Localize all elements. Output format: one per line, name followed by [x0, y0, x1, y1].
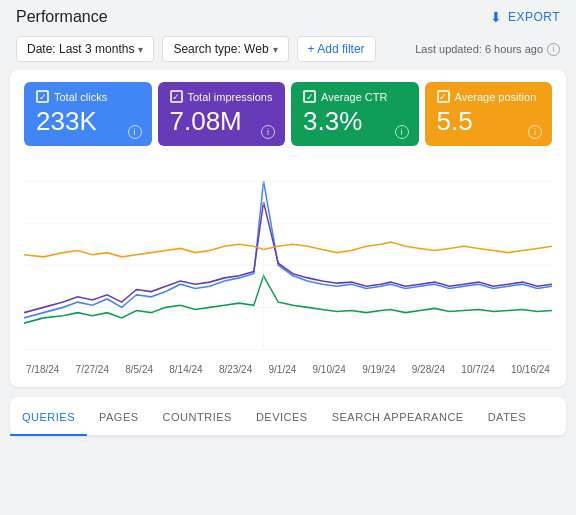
page-header: Performance ⬇ EXPORT [0, 0, 576, 32]
info-icon[interactable]: i [528, 125, 542, 139]
metric-checkbox: ✓ Average CTR [303, 90, 407, 103]
metric-checkbox: ✓ Total clicks [36, 90, 140, 103]
info-icon[interactable]: i [128, 125, 142, 139]
tab-countries[interactable]: COUNTRIES [151, 397, 244, 435]
tab-search-appearance[interactable]: SEARCH APPEARANCE [320, 397, 476, 435]
add-filter-label: + Add filter [308, 42, 365, 56]
search-type-label: Search type: Web [173, 42, 268, 56]
tab-devices[interactable]: DEVICES [244, 397, 320, 435]
main-card: ✓ Total clicks 233K i ✓ Total impression… [10, 70, 566, 387]
date-label: 9/28/24 [412, 364, 445, 375]
checkbox-icon: ✓ [36, 90, 49, 103]
tab-pages[interactable]: PAGES [87, 397, 151, 435]
info-icon[interactable]: i [395, 125, 409, 139]
metric-total-impressions[interactable]: ✓ Total impressions 7.08M i [158, 82, 286, 146]
metric-checkbox: ✓ Total impressions [170, 90, 274, 103]
tab-queries[interactable]: QUERIES [10, 397, 87, 435]
page-title: Performance [16, 8, 108, 26]
metric-value: 7.08M [170, 107, 274, 136]
add-filter-button[interactable]: + Add filter [297, 36, 376, 62]
chart-area [24, 160, 552, 360]
metric-value: 233K [36, 107, 140, 136]
checkbox-icon: ✓ [437, 90, 450, 103]
performance-chart [24, 160, 552, 360]
metric-label: Total impressions [188, 91, 273, 103]
export-icon: ⬇ [490, 9, 503, 25]
date-label: 7/27/24 [76, 364, 109, 375]
chevron-down-icon: ▾ [273, 44, 278, 55]
tabs-row: QUERIES PAGES COUNTRIES DEVICES SEARCH A… [10, 397, 566, 436]
info-icon[interactable]: i [547, 43, 560, 56]
metric-average-position[interactable]: ✓ Average position 5.5 i [425, 82, 553, 146]
info-icon[interactable]: i [261, 125, 275, 139]
date-filter-label: Date: Last 3 months [27, 42, 134, 56]
metric-total-clicks[interactable]: ✓ Total clicks 233K i [24, 82, 152, 146]
chevron-down-icon: ▾ [138, 44, 143, 55]
metric-value: 5.5 [437, 107, 541, 136]
tabs-card: QUERIES PAGES COUNTRIES DEVICES SEARCH A… [10, 397, 566, 436]
date-filter-button[interactable]: Date: Last 3 months ▾ [16, 36, 154, 62]
date-label: 8/23/24 [219, 364, 252, 375]
checkbox-icon: ✓ [170, 90, 183, 103]
date-label: 9/19/24 [362, 364, 395, 375]
date-label: 8/14/24 [169, 364, 202, 375]
tab-dates[interactable]: DATES [476, 397, 538, 435]
date-label: 9/1/24 [268, 364, 296, 375]
date-label: 9/10/24 [313, 364, 346, 375]
last-updated-text: Last updated: 6 hours ago i [415, 43, 560, 56]
date-label: 10/7/24 [461, 364, 494, 375]
date-label: 7/18/24 [26, 364, 59, 375]
metric-label: Average CTR [321, 91, 387, 103]
export-label: EXPORT [508, 10, 560, 24]
metric-value: 3.3% [303, 107, 407, 136]
chart-dates: 7/18/24 7/27/24 8/5/24 8/14/24 8/23/24 9… [24, 360, 552, 375]
toolbar: Date: Last 3 months ▾ Search type: Web ▾… [0, 32, 576, 70]
date-label: 8/5/24 [125, 364, 153, 375]
checkbox-icon: ✓ [303, 90, 316, 103]
metric-checkbox: ✓ Average position [437, 90, 541, 103]
search-type-filter-button[interactable]: Search type: Web ▾ [162, 36, 288, 62]
metrics-row: ✓ Total clicks 233K i ✓ Total impression… [24, 82, 552, 146]
metric-average-ctr[interactable]: ✓ Average CTR 3.3% i [291, 82, 419, 146]
export-button[interactable]: ⬇ EXPORT [490, 9, 560, 25]
metric-label: Total clicks [54, 91, 107, 103]
date-label: 10/16/24 [511, 364, 550, 375]
metric-label: Average position [455, 91, 537, 103]
